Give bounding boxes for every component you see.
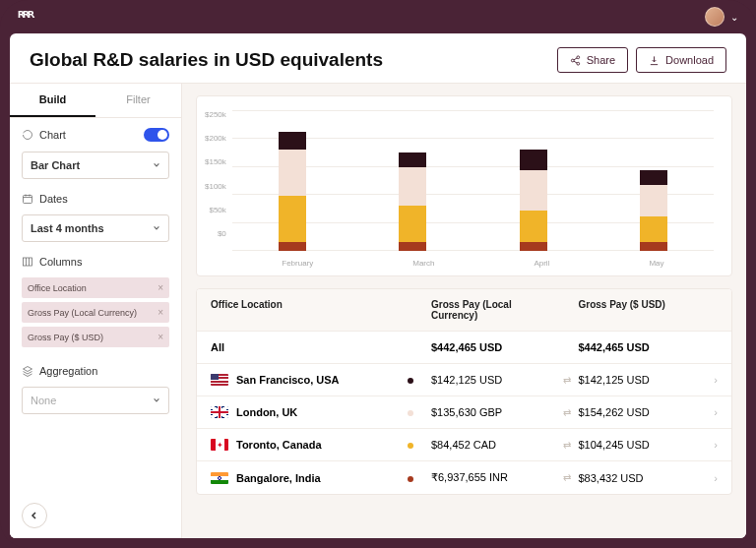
location-name: London, UK: [236, 406, 297, 418]
chevron-down-icon: [153, 224, 160, 232]
chart-y-axis: $250k$200k$150k$100k$50k$0: [205, 110, 232, 238]
download-icon: [649, 55, 660, 66]
chevron-down-icon: ⌄: [730, 12, 738, 23]
layers-icon: [22, 365, 33, 377]
salary-table: Office Location Gross Pay (Local Currenc…: [196, 288, 732, 495]
svg-rect-3: [24, 196, 32, 204]
flag-icon: ✦: [211, 439, 228, 451]
table-row-total[interactable]: All $442,465 USD $442,465 USD: [197, 331, 731, 363]
swap-icon: ⇄: [555, 440, 579, 451]
chart-section-label: Chart: [22, 129, 66, 141]
series-dot-icon: [408, 410, 413, 416]
svg-point-1: [571, 59, 574, 62]
gross-pay-local: $84,452 CAD: [431, 439, 555, 451]
brand-logo: ᴿᴿᴿ: [18, 8, 32, 27]
aggregation-section-label: Aggregation: [22, 365, 169, 377]
share-icon: [570, 55, 581, 66]
gross-pay-local: $142,125 USD: [431, 374, 555, 386]
columns-section-label: Columns: [22, 256, 169, 268]
remove-chip-icon[interactable]: ×: [158, 282, 163, 293]
table-row[interactable]: London, UK $135,630 GBP ⇄ $154,262 USD ›: [197, 396, 731, 428]
chevron-down-icon: [153, 396, 160, 404]
sidebar: Build Filter Chart Bar Chart: [10, 84, 182, 538]
chart-plot-area: [232, 110, 714, 251]
flag-icon: [211, 472, 228, 484]
location-name: San Francisco, USA: [236, 374, 340, 386]
column-chip[interactable]: Office Location×: [22, 277, 169, 298]
chart-panel: $250k$200k$150k$100k$50k$0 FebruaryMarch…: [196, 95, 732, 276]
chart-x-axis: FebruaryMarchAprilMay: [232, 251, 714, 268]
aggregation-select[interactable]: None: [22, 387, 169, 414]
location-name: Bangalore, India: [236, 472, 321, 484]
tab-filter[interactable]: Filter: [95, 84, 181, 117]
gross-pay-usd: $154,262 USD: [579, 406, 703, 418]
page-title: Global R&D salaries in USD equivalents: [30, 49, 383, 71]
column-chip[interactable]: Gross Pay ($ USD)×: [22, 327, 169, 347]
gross-pay-local: ₹6,937,655 INR: [431, 471, 555, 484]
flag-icon: [211, 374, 228, 386]
dates-select[interactable]: Last 4 months: [22, 214, 169, 242]
user-menu[interactable]: ⌄: [705, 7, 738, 27]
remove-chip-icon[interactable]: ×: [158, 332, 163, 342]
swap-icon: ⇄: [555, 472, 579, 483]
svg-point-0: [577, 55, 580, 58]
col-header-local: Gross Pay (Local Currency): [431, 299, 555, 321]
download-label: Download: [665, 54, 714, 66]
column-chip[interactable]: Gross Pay (Local Currency)×: [22, 302, 169, 323]
share-button[interactable]: Share: [557, 47, 628, 73]
table-row[interactable]: Bangalore, India ₹6,937,655 INR ⇄ $83,43…: [197, 460, 731, 494]
chart-type-select[interactable]: Bar Chart: [22, 152, 169, 179]
arrow-left-icon: [30, 511, 39, 520]
gross-pay-usd: $104,245 USD: [579, 439, 703, 451]
flag-icon: [211, 406, 228, 418]
swap-icon: ⇄: [555, 407, 579, 418]
table-header: Office Location Gross Pay (Local Currenc…: [197, 289, 731, 331]
chevron-right-icon: ›: [702, 439, 718, 451]
page-header: Global R&D salaries in USD equivalents S…: [10, 33, 746, 84]
chevron-right-icon: ›: [702, 472, 718, 484]
svg-rect-4: [24, 258, 32, 266]
location-name: Toronto, Canada: [236, 439, 322, 451]
col-header-location: Office Location: [211, 299, 408, 321]
svg-point-2: [577, 62, 580, 65]
gross-pay-local: $135,630 GBP: [431, 406, 555, 418]
dates-section-label: Dates: [22, 193, 169, 205]
columns-icon: [22, 256, 33, 268]
chevron-down-icon: [153, 161, 160, 169]
series-dot-icon: [408, 476, 413, 482]
calendar-icon: [22, 193, 33, 205]
share-label: Share: [587, 54, 615, 66]
chevron-right-icon: ›: [702, 406, 718, 418]
chevron-right-icon: ›: [702, 374, 718, 386]
series-dot-icon: [408, 443, 413, 449]
avatar: [705, 7, 724, 27]
tab-build[interactable]: Build: [10, 84, 95, 117]
gross-pay-usd: $83,432 USD: [579, 472, 703, 484]
chart-bar[interactable]: [279, 132, 306, 251]
gross-pay-usd: $142,125 USD: [579, 374, 703, 386]
chart-bar[interactable]: [520, 150, 547, 251]
series-dot-icon: [408, 378, 413, 384]
refresh-icon: [22, 129, 33, 141]
remove-chip-icon[interactable]: ×: [158, 307, 163, 318]
app-topbar: ᴿᴿᴿ ⌄: [0, 0, 756, 33]
table-row[interactable]: San Francisco, USA $142,125 USD ⇄ $142,1…: [197, 363, 731, 396]
col-header-usd: Gross Pay ($ USD): [579, 299, 703, 321]
download-button[interactable]: Download: [636, 47, 726, 73]
back-button[interactable]: [22, 503, 47, 528]
chart-bar[interactable]: [640, 170, 667, 251]
chart-bar[interactable]: [399, 152, 426, 251]
chart-toggle[interactable]: [144, 128, 169, 142]
swap-icon: ⇄: [555, 375, 579, 386]
table-row[interactable]: ✦ Toronto, Canada $84,452 CAD ⇄ $104,245…: [197, 428, 731, 460]
